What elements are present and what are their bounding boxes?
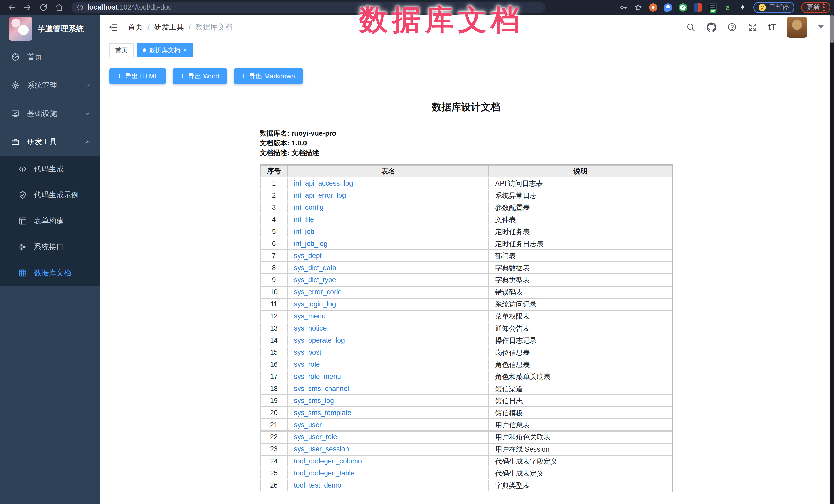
- table-link[interactable]: sys_operate_log: [294, 336, 345, 344]
- table-row: 5inf_job定时任务表: [260, 226, 672, 238]
- extension-pin-icon[interactable]: [664, 3, 672, 12]
- tag-item[interactable]: 首页: [109, 43, 134, 57]
- url-path: :1024/tool/db-doc: [118, 3, 172, 11]
- table-link[interactable]: inf_api_error_log: [294, 192, 346, 199]
- table-link[interactable]: sys_dict_type: [294, 276, 336, 284]
- row-description: 通知公告表: [489, 323, 672, 334]
- table-link[interactable]: inf_api_access_log: [294, 179, 353, 187]
- export-button-2[interactable]: +导出 Markdown: [234, 68, 303, 84]
- table-row: 12sys_menu菜单权限表: [260, 310, 672, 322]
- user-avatar[interactable]: [787, 17, 807, 38]
- info-icon[interactable]: [76, 4, 84, 11]
- export-button-1[interactable]: +导出 Word: [173, 68, 227, 84]
- table-row: 3inf_config参数配置表: [260, 202, 672, 213]
- table-row: 2inf_api_error_log系统异常日志: [260, 190, 672, 201]
- table-link[interactable]: sys_menu: [294, 312, 326, 320]
- table-link[interactable]: sys_role_menu: [294, 373, 341, 380]
- sidebar-item-home[interactable]: 首页: [0, 43, 100, 71]
- dashboard-icon: [11, 52, 20, 62]
- doc-title: 数据库设计文档: [260, 101, 673, 114]
- reload-icon[interactable]: [39, 3, 48, 12]
- sidebar-item-db-doc[interactable]: 数据库文档: [0, 260, 100, 286]
- table-link[interactable]: sys_user_session: [294, 445, 349, 453]
- extension-puzzle-icon[interactable]: ✦: [739, 3, 747, 12]
- row-index: 15: [260, 347, 287, 358]
- table-link[interactable]: sys_user: [294, 421, 322, 429]
- update-label: 更新: [807, 3, 820, 12]
- address-bar[interactable]: localhost:1024/tool/db-doc: [71, 2, 546, 13]
- sidebar-item-devtools[interactable]: 研发工具: [0, 128, 100, 156]
- table-link[interactable]: tool_codegen_table: [294, 469, 355, 477]
- tag-label: 首页: [115, 46, 128, 54]
- page-scrollbar[interactable]: [830, 15, 834, 504]
- sidebar-item-label: 数据库文档: [34, 268, 71, 278]
- extension-stack-icon[interactable]: on: [709, 3, 717, 12]
- table-header-cell: 序号: [260, 165, 287, 177]
- table-link[interactable]: inf_config: [294, 203, 324, 211]
- table-link[interactable]: inf_job: [294, 228, 314, 236]
- table-link[interactable]: sys_sms_template: [294, 409, 351, 417]
- table-link[interactable]: inf_file: [294, 216, 314, 223]
- table-link[interactable]: sys_sms_channel: [294, 385, 349, 392]
- table-link[interactable]: tool_test_demo: [294, 481, 342, 489]
- forward-icon[interactable]: [23, 3, 32, 12]
- font-size-icon[interactable]: tT: [768, 22, 776, 32]
- sidebar-item-codegen[interactable]: 代码生成: [0, 156, 100, 182]
- sidebar-item-api[interactable]: 系统接口: [0, 234, 100, 260]
- extension-sprout-icon[interactable]: ƨ: [724, 3, 732, 12]
- sidebar-item-label: 研发工具: [27, 137, 57, 147]
- search-icon[interactable]: [686, 22, 696, 32]
- table-link[interactable]: sys_dept: [294, 252, 322, 260]
- table-link[interactable]: sys_post: [294, 349, 322, 356]
- row-description: 系统异常日志: [489, 190, 672, 201]
- extension-orange-icon[interactable]: [649, 3, 657, 12]
- export-button-0[interactable]: +导出 HTML: [109, 68, 166, 84]
- table-link[interactable]: sys_user_role: [294, 433, 337, 441]
- sidebar-fold-icon[interactable]: [108, 22, 118, 32]
- breadcrumb-item[interactable]: 研发工具: [154, 22, 184, 32]
- tag-close-icon[interactable]: ×: [183, 47, 187, 53]
- browser-menu-icon[interactable]: [823, 3, 825, 11]
- on-badge: on: [710, 9, 716, 13]
- main-panel: 首页/研发工具/数据库文档 tT 首页数据库文档× +导出 HTML+导出 Wo…: [100, 15, 834, 504]
- bookmark-star-icon[interactable]: [634, 3, 642, 12]
- breadcrumb-item[interactable]: 首页: [128, 22, 143, 32]
- extension-grid-icon[interactable]: [694, 3, 702, 12]
- paused-extension-badge[interactable]: 已暂停: [753, 2, 794, 13]
- code-icon: [18, 165, 27, 174]
- app-logo-row[interactable]: 芋道管理系统: [0, 15, 100, 43]
- table-link[interactable]: sys_login_log: [294, 300, 336, 308]
- tables-overview-table: 序号表名说明1inf_api_access_logAPI 访问日志表2inf_a…: [260, 165, 673, 492]
- help-icon[interactable]: [727, 22, 737, 32]
- table-link[interactable]: sys_sms_log: [294, 397, 334, 404]
- github-icon[interactable]: [706, 22, 716, 32]
- sidebar-item-infra[interactable]: 基础设施: [0, 100, 100, 128]
- table-row: 6inf_job_log定时任务日志表: [260, 238, 672, 249]
- table-row: 7sys_dept部门表: [260, 250, 672, 262]
- fullscreen-icon[interactable]: [748, 22, 758, 32]
- key-icon[interactable]: [619, 3, 628, 12]
- sidebar-item-codegen-demo[interactable]: 代码生成示例: [0, 182, 100, 208]
- table-link[interactable]: sys_dict_data: [294, 264, 336, 272]
- table-link[interactable]: sys_error_code: [294, 288, 342, 296]
- breadcrumb-item: 数据库文档: [195, 22, 233, 32]
- table-link[interactable]: sys_notice: [294, 324, 327, 332]
- home-icon[interactable]: [55, 3, 64, 12]
- table-row: 24tool_codegen_column代码生成表字段定义: [260, 455, 672, 467]
- scrollbar-thumb[interactable]: [830, 15, 834, 43]
- shield-check-icon: [18, 191, 27, 200]
- table-link[interactable]: inf_job_log: [294, 240, 328, 247]
- back-icon[interactable]: [7, 3, 16, 12]
- chevron-down-icon[interactable]: [818, 25, 824, 29]
- table-link[interactable]: tool_codegen_column: [294, 457, 362, 465]
- table-row: 15sys_post岗位信息表: [260, 347, 672, 358]
- extension-check-icon[interactable]: [679, 3, 687, 12]
- sidebar-item-form-build[interactable]: 表单构建: [0, 208, 100, 234]
- table-link[interactable]: sys_role: [294, 360, 320, 368]
- browser-update-button[interactable]: 更新: [801, 2, 830, 13]
- doc-meta-line: 数据库名: ruoyi-vue-pro: [260, 129, 673, 138]
- row-description: 代码生成表定义: [489, 467, 672, 479]
- breadcrumb-separator: /: [189, 23, 191, 31]
- tag-active[interactable]: 数据库文档×: [137, 43, 193, 57]
- sidebar-item-system[interactable]: 系统管理: [0, 71, 100, 100]
